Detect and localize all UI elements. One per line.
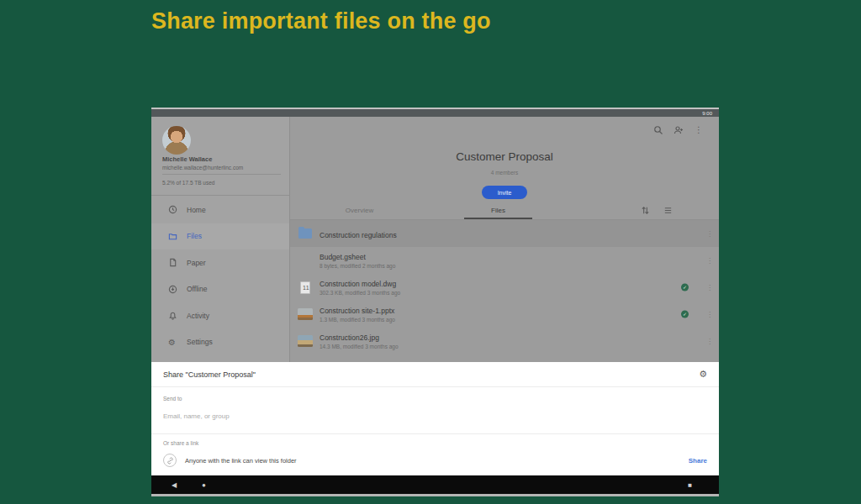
sidebar-item-settings[interactable]: ⚙ Settings xyxy=(151,329,289,356)
folder-icon xyxy=(168,232,177,241)
recipient-input[interactable] xyxy=(163,412,584,420)
share-settings-gear-icon[interactable]: ⚙ xyxy=(699,370,707,379)
file-row-construction26-jpg[interactable]: Construction26.jpg 14.3 MB, modified 3 m… xyxy=(290,328,719,354)
avatar[interactable] xyxy=(162,126,191,155)
image-thumbnail xyxy=(297,308,314,320)
folder-icon xyxy=(297,228,314,239)
link-icon xyxy=(163,454,177,467)
sidebar-item-home[interactable]: Home xyxy=(151,197,289,223)
back-button-icon[interactable]: ◀ xyxy=(172,475,177,494)
sidebar-item-label: Files xyxy=(187,232,202,240)
row-overflow-icon[interactable]: ⋮ xyxy=(705,336,715,347)
status-bar: 9:00 xyxy=(151,109,719,117)
file-meta: 302.3 KB, modified 3 months ago xyxy=(320,290,400,296)
synced-check-icon: ✓ xyxy=(681,284,689,291)
search-icon[interactable] xyxy=(653,125,663,135)
file-name: Budget.gsheet xyxy=(320,253,395,261)
main-content: ⋮ Customer Proposal 4 members Invite Ove… xyxy=(290,117,719,362)
sidebar-item-activity[interactable]: Activity xyxy=(151,302,289,329)
offline-icon xyxy=(168,285,177,294)
share-link-row[interactable]: Anyone with the link can view this folde… xyxy=(151,449,719,471)
row-overflow-icon[interactable]: ⋮ xyxy=(705,228,715,239)
row-overflow-icon[interactable]: ⋮ xyxy=(705,255,715,266)
file-name: Construction site-1.pptx xyxy=(320,307,395,315)
file-row-budget-gsheet[interactable]: Budget.gsheet 8 bytes, modified 2 months… xyxy=(290,247,719,274)
activity-icon xyxy=(168,311,177,320)
file-meta: 8 bytes, modified 2 months ago xyxy=(320,263,395,269)
home-button-icon[interactable]: ● xyxy=(202,475,206,494)
settings-gear-icon: ⚙ xyxy=(168,338,177,347)
file-name: Construction model.dwg xyxy=(320,280,400,288)
row-overflow-icon[interactable]: ⋮ xyxy=(705,309,715,320)
send-to-label: Send to xyxy=(163,396,182,402)
share-bottom-sheet: Share "Customer Proposal" ⚙ Send to Or s… xyxy=(151,362,719,475)
folder-members-count: 4 members xyxy=(290,170,719,176)
sidebar: Michelle Wallace michelle.wallace@hunter… xyxy=(151,117,290,362)
file-list: Construction regulations ⋮ Budget.gsheet… xyxy=(290,220,719,354)
file-meta: 14.3 MB, modified 3 months ago xyxy=(320,344,399,349)
sidebar-item-offline[interactable]: Offline xyxy=(151,276,289,303)
invite-button[interactable]: Invite xyxy=(482,186,527,199)
sidebar-item-label: Activity xyxy=(187,312,209,320)
tab-overview[interactable]: Overview xyxy=(290,204,429,219)
sidebar-item-paper[interactable]: Paper xyxy=(151,249,289,276)
sidebar-item-files[interactable]: Files xyxy=(151,223,289,250)
row-overflow-icon[interactable]: ⋮ xyxy=(705,282,715,293)
file-name: Construction26.jpg xyxy=(320,333,399,342)
recents-button-icon[interactable]: ■ xyxy=(688,475,692,494)
sort-icon[interactable] xyxy=(641,206,650,215)
dwg-file-icon xyxy=(297,281,314,294)
sidebar-item-label: Paper xyxy=(187,259,206,267)
tab-files[interactable]: Files xyxy=(429,204,568,219)
storage-usage: 5.2% of 17.5 TB used xyxy=(162,180,214,186)
tablet-frame-bottom xyxy=(151,494,719,496)
file-name: Construction regulations xyxy=(320,231,397,239)
sidebar-item-label: Home xyxy=(187,206,206,214)
user-email: michelle.wallace@hunterlinc.com xyxy=(162,165,243,171)
or-share-link-label: Or share a link xyxy=(163,440,198,446)
tablet-screenshot: 9:00 Michelle Wallace michelle.wallace@h… xyxy=(151,108,719,496)
divider xyxy=(151,433,719,434)
divider xyxy=(162,174,281,175)
file-meta: 1.3 MB, modified 3 months ago xyxy=(320,317,395,323)
folder-title: Customer Proposal xyxy=(290,150,719,163)
file-row-construction-model-dwg[interactable]: Construction model.dwg 302.3 KB, modifie… xyxy=(290,274,719,301)
sidebar-menu: Home Files Paper xyxy=(151,197,289,355)
status-time: 9:00 xyxy=(702,111,712,116)
link-permission-text: Anyone with the link can view this folde… xyxy=(185,457,689,465)
add-person-icon[interactable] xyxy=(673,125,684,135)
sidebar-item-label: Settings xyxy=(187,338,213,346)
synced-check-icon: ✓ xyxy=(681,311,689,318)
share-link-button[interactable]: Share xyxy=(689,457,707,465)
sidebar-item-label: Offline xyxy=(187,285,207,293)
paper-icon xyxy=(168,258,177,267)
list-view-icon[interactable] xyxy=(663,206,673,215)
file-row-construction-site-pptx[interactable]: Construction site-1.pptx 1.3 MB, modifie… xyxy=(290,301,719,328)
user-name: Michelle Wallace xyxy=(162,155,212,163)
share-sheet-title: Share "Customer Proposal" xyxy=(163,370,256,379)
page-title: Share important files on the go xyxy=(151,8,740,34)
photo-thumbnail xyxy=(297,335,314,347)
divider xyxy=(151,195,289,196)
overflow-menu-icon[interactable]: ⋮ xyxy=(694,125,704,135)
tab-bar: Overview Files xyxy=(290,204,568,219)
clock-icon xyxy=(168,205,177,214)
file-row-construction-regulations[interactable]: Construction regulations ⋮ xyxy=(290,220,719,247)
android-nav-bar: ◀ ● ■ xyxy=(151,475,719,494)
